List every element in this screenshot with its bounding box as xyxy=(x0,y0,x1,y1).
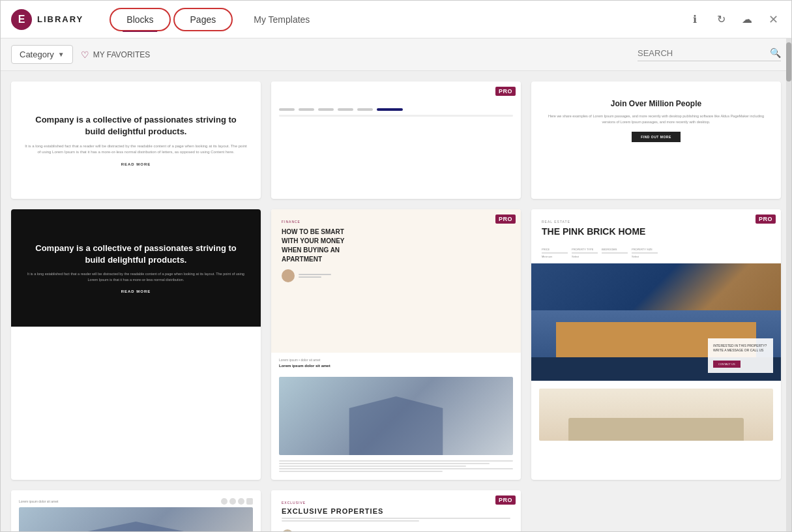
card-nav-line2 xyxy=(279,115,513,117)
tab-pages[interactable]: Pages xyxy=(173,8,233,31)
filter-line xyxy=(572,252,598,254)
overlay-contact-btn[interactable]: CONTACT US xyxy=(713,361,741,368)
card-company-dark-readmore: READ MORE xyxy=(121,289,151,293)
favorites-label: MY FAVORITES xyxy=(93,50,151,59)
card-join-body: Here we share examples of Lorem Ipsum pa… xyxy=(544,113,768,125)
article-text-section xyxy=(271,455,521,480)
close-icon: ✕ xyxy=(769,12,778,27)
category-dropdown[interactable]: Category ▼ xyxy=(11,45,73,64)
building-image xyxy=(279,377,513,455)
excl-label: EXCLUSIVE xyxy=(282,501,510,505)
template-card-company-dark[interactable]: Company is a collective of passionates s… xyxy=(11,209,261,480)
author-avatar xyxy=(282,269,295,282)
filter-line xyxy=(602,252,628,254)
kitchen-section xyxy=(531,381,781,449)
building-outline xyxy=(66,522,206,531)
search-icon: 🔍 xyxy=(770,48,781,58)
excl-line-short xyxy=(282,520,419,522)
article-meta-text: Lorem ipsum dolor sit amet xyxy=(19,499,58,503)
template-card-finance-blog[interactable]: PRO FINANCE HOW TO BE SMART WITH YOUR MO… xyxy=(271,209,521,480)
share-icon-more xyxy=(246,498,253,505)
elementor-logo: E xyxy=(11,9,32,30)
scrollbar[interactable] xyxy=(786,38,791,531)
filter-line xyxy=(542,252,568,254)
text-lines xyxy=(279,460,513,472)
library-title: LIBRARY xyxy=(37,14,83,24)
search-area: 🔍 xyxy=(638,48,781,61)
building-main-img xyxy=(19,507,253,531)
logo-area: E LIBRARY xyxy=(11,9,83,30)
agent-row xyxy=(282,529,510,531)
library-modal: E LIBRARY Blocks Pages My Templates ℹ ↻ … xyxy=(0,0,792,532)
card-company-white-readmore: READ MORE xyxy=(121,162,151,166)
author-line xyxy=(299,276,321,278)
filter-value: Select xyxy=(572,255,598,258)
template-card-pink-brick[interactable]: PRO REAL ESTATE THE PINK BRICK HOME Pric… xyxy=(531,209,781,480)
share-icon-in xyxy=(238,498,244,505)
favorites-button[interactable]: ♡ MY FAVORITES xyxy=(81,50,151,60)
templates-content[interactable]: Company is a collective of passionates s… xyxy=(1,71,791,531)
house-overlay: INTERESTED IN THIS PROPERTY? WRITE A MES… xyxy=(708,338,773,373)
search-input[interactable] xyxy=(638,48,765,58)
info-icon: ℹ xyxy=(693,13,697,25)
heart-icon: ♡ xyxy=(81,50,89,60)
header: E LIBRARY Blocks Pages My Templates ℹ ↻ … xyxy=(1,1,791,38)
house-main-image: INTERESTED IN THIS PROPERTY? WRITE A MES… xyxy=(531,263,781,381)
card-nav-line1 xyxy=(279,108,513,111)
template-card-join-million[interactable]: Join Over Million People Here we share e… xyxy=(531,81,781,199)
tab-my-templates[interactable]: My Templates xyxy=(238,9,325,30)
save-icon: ☁ xyxy=(742,13,752,25)
templates-grid: Company is a collective of passionates s… xyxy=(11,81,781,531)
article-subtitle: Lorem ipsum dolor sit amet xyxy=(279,364,513,368)
tab-blocks[interactable]: Blocks xyxy=(110,8,170,31)
nav-dot xyxy=(279,108,295,111)
overlay-text: INTERESTED IN THIS PROPERTY? WRITE A MES… xyxy=(713,344,768,353)
blog-author xyxy=(282,269,510,282)
share-icon-fb xyxy=(221,498,227,505)
agent-avatar xyxy=(282,529,293,531)
pro-badge: PRO xyxy=(495,214,516,224)
text-line xyxy=(279,468,513,469)
blog-label: FINANCE xyxy=(282,220,510,224)
excl-title: EXCLUSIVE PROPERTIES xyxy=(282,507,510,515)
kitchen-counter xyxy=(568,418,744,441)
filter-price: Price Minimum xyxy=(542,248,568,258)
filter-label-price: Price xyxy=(542,248,568,251)
category-arrow-icon: ▼ xyxy=(58,51,65,58)
nav-dot xyxy=(318,108,334,111)
filter-bedrooms: Bedrooms xyxy=(602,248,628,258)
blog-title: HOW TO BE SMART WITH YOUR MONEY WHEN BUY… xyxy=(282,228,360,264)
filter-size: Property Size Select xyxy=(632,248,658,258)
nav-dot-active xyxy=(377,108,403,111)
author-line xyxy=(299,274,331,275)
template-card-nav-header[interactable]: PRO xyxy=(271,81,521,199)
excl-line xyxy=(282,518,510,519)
share-icons xyxy=(221,498,253,505)
filter-row: Price Minimum Property Type Select Bedro… xyxy=(531,248,781,263)
save-button[interactable]: ☁ xyxy=(739,12,755,27)
refresh-button[interactable]: ↻ xyxy=(713,12,729,27)
search-button[interactable]: 🔍 xyxy=(770,48,781,58)
filter-value: Minimum xyxy=(542,255,568,258)
filter-line xyxy=(632,252,658,254)
scrollbar-thumb xyxy=(786,42,791,81)
share-row: Lorem ipsum dolor sit amet xyxy=(19,498,253,505)
info-button[interactable]: ℹ xyxy=(687,12,703,27)
template-card-article-extended[interactable]: Lorem ipsum dolor sit amet Lorem ipsum d… xyxy=(11,490,261,531)
card-join-btn[interactable]: FIND OUT MORE xyxy=(632,132,681,142)
pro-badge: PRO xyxy=(495,87,516,96)
nav-dot xyxy=(338,108,353,111)
text-line xyxy=(279,463,490,464)
article-meta-section: Lorem ipsum • dolor sit amet Lorem ipsum… xyxy=(271,353,521,377)
pro-badge: PRO xyxy=(755,214,776,224)
card-company-dark-body: It is a long established fact that a rea… xyxy=(24,271,248,283)
card-company-white-body: It is a long established fact that a rea… xyxy=(24,143,248,156)
template-card-exclusive-props[interactable]: PRO EXCLUSIVE EXCLUSIVE PROPERTIES xyxy=(271,490,521,531)
toolbar: Category ▼ ♡ MY FAVORITES 🔍 xyxy=(1,38,791,71)
template-card-company-white[interactable]: Company is a collective of passionates s… xyxy=(11,81,261,199)
article-date: Lorem ipsum • dolor sit amet xyxy=(279,358,513,362)
refresh-icon: ↻ xyxy=(717,13,726,25)
author-lines xyxy=(299,274,331,278)
excl-description-lines xyxy=(282,518,510,522)
close-button[interactable]: ✕ xyxy=(765,12,781,27)
